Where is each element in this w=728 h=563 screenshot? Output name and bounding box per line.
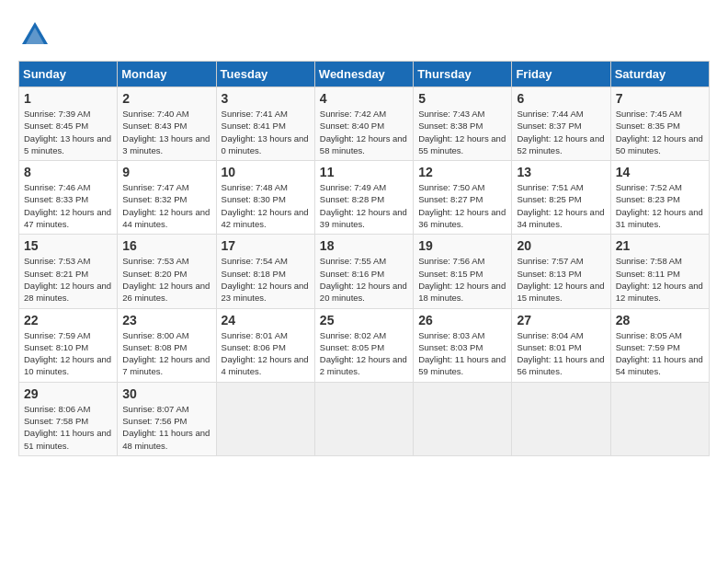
day-info: Sunrise: 7:45 AM Sunset: 8:35 PM Dayligh…: [616, 108, 704, 156]
day-header-friday: Friday: [512, 62, 610, 87]
day-header-sunday: Sunday: [19, 62, 118, 87]
calendar-cell: 6 Sunrise: 7:44 AM Sunset: 8:37 PM Dayli…: [512, 87, 610, 161]
day-number: 4: [320, 91, 408, 106]
day-number: 3: [222, 91, 310, 106]
calendar-cell: 25 Sunrise: 8:02 AM Sunset: 8:05 PM Dayl…: [314, 308, 413, 382]
calendar-cell: [610, 382, 709, 455]
calendar-week-5: 29 Sunrise: 8:06 AM Sunset: 7:58 PM Dayl…: [19, 382, 710, 455]
calendar-cell: 27 Sunrise: 8:04 AM Sunset: 8:01 PM Dayl…: [512, 308, 610, 382]
day-info: Sunrise: 8:04 AM Sunset: 8:01 PM Dayligh…: [517, 329, 605, 378]
day-number: 16: [122, 238, 210, 253]
calendar-cell: 1 Sunrise: 7:39 AM Sunset: 8:45 PM Dayli…: [19, 87, 118, 161]
page-header: [18, 18, 710, 52]
calendar-cell: 8 Sunrise: 7:46 AM Sunset: 8:33 PM Dayli…: [19, 161, 118, 235]
calendar-cell: 13 Sunrise: 7:51 AM Sunset: 8:25 PM Dayl…: [512, 161, 610, 235]
day-info: Sunrise: 7:39 AM Sunset: 8:45 PM Dayligh…: [24, 108, 112, 156]
day-info: Sunrise: 7:50 AM Sunset: 8:27 PM Dayligh…: [418, 181, 506, 230]
calendar-cell: 12 Sunrise: 7:50 AM Sunset: 8:27 PM Dayl…: [414, 161, 512, 235]
calendar-week-4: 22 Sunrise: 7:59 AM Sunset: 8:10 PM Dayl…: [19, 308, 710, 382]
day-number: 25: [320, 313, 408, 327]
calendar-cell: 4 Sunrise: 7:42 AM Sunset: 8:40 PM Dayli…: [314, 87, 413, 161]
calendar-week-1: 1 Sunrise: 7:39 AM Sunset: 8:45 PM Dayli…: [19, 87, 710, 161]
day-info: Sunrise: 7:42 AM Sunset: 8:40 PM Dayligh…: [320, 108, 408, 156]
day-info: Sunrise: 7:58 AM Sunset: 8:11 PM Dayligh…: [616, 255, 704, 304]
day-number: 27: [517, 313, 605, 327]
day-number: 26: [418, 313, 506, 327]
day-number: 9: [122, 165, 210, 179]
day-info: Sunrise: 7:44 AM Sunset: 8:37 PM Dayligh…: [517, 108, 605, 156]
day-number: 12: [418, 165, 506, 179]
calendar-cell: 26 Sunrise: 8:03 AM Sunset: 8:03 PM Dayl…: [414, 308, 512, 382]
calendar-cell: 9 Sunrise: 7:47 AM Sunset: 8:32 PM Dayli…: [118, 161, 216, 235]
calendar-cell: [314, 382, 413, 455]
logo: [18, 18, 57, 52]
day-info: Sunrise: 7:49 AM Sunset: 8:28 PM Dayligh…: [320, 181, 408, 230]
calendar-cell: 3 Sunrise: 7:41 AM Sunset: 8:41 PM Dayli…: [216, 87, 314, 161]
day-info: Sunrise: 7:52 AM Sunset: 8:23 PM Dayligh…: [616, 181, 704, 230]
day-info: Sunrise: 7:59 AM Sunset: 8:10 PM Dayligh…: [24, 329, 112, 378]
day-info: Sunrise: 7:53 AM Sunset: 8:20 PM Dayligh…: [122, 255, 210, 304]
day-info: Sunrise: 7:51 AM Sunset: 8:25 PM Dayligh…: [517, 181, 605, 230]
day-header-wednesday: Wednesday: [314, 62, 413, 87]
day-info: Sunrise: 7:55 AM Sunset: 8:16 PM Dayligh…: [320, 255, 408, 304]
calendar-cell: 7 Sunrise: 7:45 AM Sunset: 8:35 PM Dayli…: [610, 87, 709, 161]
calendar-cell: [512, 382, 610, 455]
day-number: 17: [222, 238, 310, 253]
day-info: Sunrise: 7:48 AM Sunset: 8:30 PM Dayligh…: [222, 181, 310, 230]
calendar-table: SundayMondayTuesdayWednesdayThursdayFrid…: [18, 61, 710, 456]
day-number: 30: [122, 386, 210, 401]
day-info: Sunrise: 7:56 AM Sunset: 8:15 PM Dayligh…: [418, 255, 506, 304]
day-info: Sunrise: 8:03 AM Sunset: 8:03 PM Dayligh…: [418, 329, 506, 378]
day-number: 15: [24, 238, 112, 253]
day-number: 6: [517, 91, 605, 106]
day-info: Sunrise: 7:53 AM Sunset: 8:21 PM Dayligh…: [24, 255, 112, 304]
day-number: 22: [24, 313, 112, 327]
calendar-cell: 28 Sunrise: 8:05 AM Sunset: 7:59 PM Dayl…: [610, 308, 709, 382]
calendar-cell: 17 Sunrise: 7:54 AM Sunset: 8:18 PM Dayl…: [216, 235, 314, 308]
calendar-cell: [414, 382, 512, 455]
day-info: Sunrise: 7:46 AM Sunset: 8:33 PM Dayligh…: [24, 181, 112, 230]
calendar-cell: 21 Sunrise: 7:58 AM Sunset: 8:11 PM Dayl…: [610, 235, 709, 308]
calendar-cell: 16 Sunrise: 7:53 AM Sunset: 8:20 PM Dayl…: [118, 235, 216, 308]
day-number: 5: [418, 91, 506, 106]
day-number: 11: [320, 165, 408, 179]
calendar-week-2: 8 Sunrise: 7:46 AM Sunset: 8:33 PM Dayli…: [19, 161, 710, 235]
day-info: Sunrise: 7:57 AM Sunset: 8:13 PM Dayligh…: [517, 255, 605, 304]
day-number: 19: [418, 238, 506, 253]
logo-icon: [18, 18, 51, 52]
calendar-cell: 30 Sunrise: 8:07 AM Sunset: 7:56 PM Dayl…: [118, 382, 216, 455]
day-number: 10: [222, 165, 310, 179]
day-number: 23: [122, 313, 210, 327]
day-number: 8: [24, 165, 112, 179]
day-number: 13: [517, 165, 605, 179]
day-number: 7: [616, 91, 704, 106]
day-number: 21: [616, 238, 704, 253]
calendar-cell: 22 Sunrise: 7:59 AM Sunset: 8:10 PM Dayl…: [19, 308, 118, 382]
day-info: Sunrise: 8:06 AM Sunset: 7:58 PM Dayligh…: [24, 403, 112, 452]
calendar-cell: 14 Sunrise: 7:52 AM Sunset: 8:23 PM Dayl…: [610, 161, 709, 235]
day-info: Sunrise: 7:41 AM Sunset: 8:41 PM Dayligh…: [222, 108, 310, 156]
day-number: 24: [222, 313, 310, 327]
day-number: 2: [122, 91, 210, 106]
calendar-cell: 2 Sunrise: 7:40 AM Sunset: 8:43 PM Dayli…: [118, 87, 216, 161]
calendar-cell: [216, 382, 314, 455]
day-number: 20: [517, 238, 605, 253]
day-number: 14: [616, 165, 704, 179]
day-number: 29: [24, 386, 112, 401]
day-info: Sunrise: 7:43 AM Sunset: 8:38 PM Dayligh…: [418, 108, 506, 156]
day-info: Sunrise: 7:47 AM Sunset: 8:32 PM Dayligh…: [122, 181, 210, 230]
day-number: 28: [616, 313, 704, 327]
day-info: Sunrise: 8:01 AM Sunset: 8:06 PM Dayligh…: [222, 329, 310, 378]
day-number: 18: [320, 238, 408, 253]
calendar-cell: 5 Sunrise: 7:43 AM Sunset: 8:38 PM Dayli…: [414, 87, 512, 161]
day-info: Sunrise: 7:54 AM Sunset: 8:18 PM Dayligh…: [222, 255, 310, 304]
calendar-cell: 20 Sunrise: 7:57 AM Sunset: 8:13 PM Dayl…: [512, 235, 610, 308]
calendar-cell: 19 Sunrise: 7:56 AM Sunset: 8:15 PM Dayl…: [414, 235, 512, 308]
day-header-tuesday: Tuesday: [216, 62, 314, 87]
calendar-cell: 15 Sunrise: 7:53 AM Sunset: 8:21 PM Dayl…: [19, 235, 118, 308]
day-header-thursday: Thursday: [414, 62, 512, 87]
calendar-week-3: 15 Sunrise: 7:53 AM Sunset: 8:21 PM Dayl…: [19, 235, 710, 308]
day-info: Sunrise: 8:00 AM Sunset: 8:08 PM Dayligh…: [122, 329, 210, 378]
day-header-saturday: Saturday: [610, 62, 709, 87]
calendar-cell: 24 Sunrise: 8:01 AM Sunset: 8:06 PM Dayl…: [216, 308, 314, 382]
